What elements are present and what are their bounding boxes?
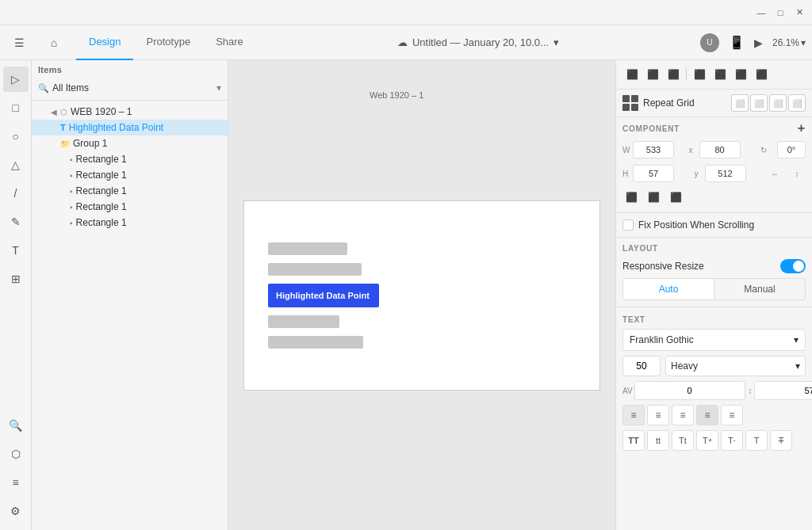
close-button[interactable]: ✕ [793,6,806,19]
artboard-tool[interactable]: ⬡ [3,441,29,467]
search-input[interactable] [52,82,213,93]
layer-label: Highlighted Data Point [69,122,163,133]
pen-tool[interactable]: ✎ [3,209,29,234]
text-style-subscript-button[interactable]: T- [721,430,743,451]
font-size-input[interactable] [622,356,661,376]
document-title[interactable]: Untitled — January 20, 10.0... [412,36,549,48]
dropdown-chevron-icon[interactable]: ▾ [553,36,559,48]
align-left-button[interactable]: ⬛ [622,65,642,84]
responsive-resize-toggle[interactable] [780,259,806,273]
height-label: H [622,170,630,178]
layout-auto-button[interactable]: Auto [623,279,714,299]
distribute-button[interactable]: ⬛ [752,65,771,84]
zoom-control[interactable]: 26.1% ▾ [772,37,806,48]
line-height-group: ↕ [749,381,812,400]
search-dropdown-icon[interactable]: ▾ [216,82,221,93]
font-weight-select[interactable]: Heavy ▾ [665,356,806,376]
plugins-tool[interactable]: ⚙ [3,498,29,524]
rectangle-tool[interactable]: □ [3,95,29,120]
canvas-area[interactable]: Web 1920 – 1 Highlighted Data Point [228,60,615,530]
text-align-justify-left-button[interactable]: ≡ [696,405,718,425]
topnav-left: ☰ ⌂ Design Prototype Share [6,25,256,60]
text-style-strikethrough-button[interactable]: T [770,430,792,451]
rotation-input[interactable] [777,141,806,158]
layer-item-group1[interactable]: 📁 Group 1 [32,135,228,151]
layer-item-rect5[interactable]: ▪ Rectangle 1 [32,215,228,231]
height-input[interactable] [633,165,674,182]
layout-mode-group: Auto Manual [622,278,806,300]
select-tool[interactable]: ▷ [3,67,29,92]
repeat-grid-row: Repeat Grid ⬜ ⬜ ⬜ ⬜ [616,90,812,117]
font-weight-chevron-icon: ▾ [795,360,800,372]
layer-item-highlighted[interactable]: T Highlighted Data Point [32,120,228,135]
text-align-justify-right-button[interactable]: ≡ [721,405,743,425]
play-button[interactable]: ▶ [754,36,763,49]
panel-section-label: Items [32,60,228,76]
y-input[interactable] [705,165,746,182]
right-panel: ⬛ ⬛ ⬛ ⬛ ⬛ ⬛ ⬛ Repeat Grid ⬜ ⬜ ⬜ ⬜ [615,60,812,530]
fix-position-checkbox[interactable] [622,219,634,231]
rg-action-btn-1[interactable]: ⬜ [731,94,749,112]
text-style-superscript-button[interactable]: T+ [696,430,718,451]
font-family-select[interactable]: Franklin Gothic ▾ [622,329,806,351]
y-label: y [695,170,703,178]
hamburger-menu-button[interactable]: ☰ [6,30,32,55]
text-style-titlecase-button[interactable]: Tt [672,430,694,451]
align-right-button[interactable]: ⬛ [664,65,683,84]
home-button[interactable]: ⌂ [41,30,67,55]
minimize-button[interactable]: — [755,6,768,19]
tab-share[interactable]: Share [203,25,256,60]
topnav-center: ☁ Untitled — January 20, 10.0... ▾ [256,36,700,48]
repeat-grid-label[interactable]: Repeat Grid [643,97,726,109]
rg-action-btn-4[interactable]: ⬜ [788,94,806,112]
line-height-input[interactable] [754,381,812,400]
rg-action-btn-2[interactable]: ⬜ [750,94,768,112]
maximize-button[interactable]: □ [774,6,787,19]
avatar[interactable]: U [700,33,719,52]
tab-design[interactable]: Design [76,25,133,60]
layer-label: Group 1 [73,138,107,149]
av-input[interactable] [634,381,745,400]
rotation-icon[interactable]: ↻ [755,141,772,158]
width-input[interactable] [633,141,674,158]
layers-tool[interactable]: ≡ [3,470,29,495]
text-align-right-button[interactable]: ≡ [672,405,694,425]
rg-action-btn-3[interactable]: ⬜ [769,94,787,112]
rect-icon: ▪ [70,187,73,196]
nav-tabs: Design Prototype Share [76,25,256,60]
device-icon[interactable]: 📱 [729,35,745,50]
bar-4 [268,315,339,328]
layer-item-web1920[interactable]: ◀ ⬡ WEB 1920 – 1 [32,104,228,120]
text-align-center-button[interactable]: ≡ [647,405,669,425]
text-style-uppercase-button[interactable]: TT [622,430,645,451]
line-tool[interactable]: / [3,181,29,206]
triangle-tool[interactable]: △ [3,152,29,177]
text-align-left-button[interactable]: ≡ [622,405,645,425]
tab-prototype[interactable]: Prototype [133,25,203,60]
av-label: AV [622,387,633,395]
layer-item-rect3[interactable]: ▪ Rectangle 1 [32,183,228,199]
text-tool[interactable]: T [3,238,29,263]
transform-icon-3[interactable]: ⬛ [667,189,684,206]
ellipse-tool[interactable]: ○ [3,124,29,149]
transform-icon-1[interactable]: ⬛ [622,189,640,206]
flip-h-icon[interactable]: ↔ [766,165,783,182]
align-center-v-button[interactable]: ⬛ [710,65,730,84]
layer-item-rect1[interactable]: ▪ Rectangle 1 [32,151,228,167]
transform-icon-2[interactable]: ⬛ [645,189,662,206]
component-tool[interactable]: ⊞ [3,266,29,292]
layer-item-rect2[interactable]: ▪ Rectangle 1 [32,167,228,183]
layer-item-rect4[interactable]: ▪ Rectangle 1 [32,199,228,215]
text-style-normal-button[interactable]: T [745,430,768,451]
align-center-h-button[interactable]: ⬛ [643,65,662,84]
artboard[interactable]: Highlighted Data Point [243,200,600,391]
search-tool[interactable]: 🔍 [3,413,29,438]
text-align-row: ≡ ≡ ≡ ≡ ≡ [622,405,806,425]
flip-v-icon[interactable]: ↕ [788,165,806,182]
text-style-lowercase-button[interactable]: tt [647,430,669,451]
component-add-button[interactable]: + [798,122,806,135]
layout-manual-button[interactable]: Manual [714,279,805,299]
align-top-button[interactable]: ⬛ [690,65,709,84]
align-bottom-button[interactable]: ⬛ [731,65,750,84]
x-input[interactable] [699,141,741,158]
